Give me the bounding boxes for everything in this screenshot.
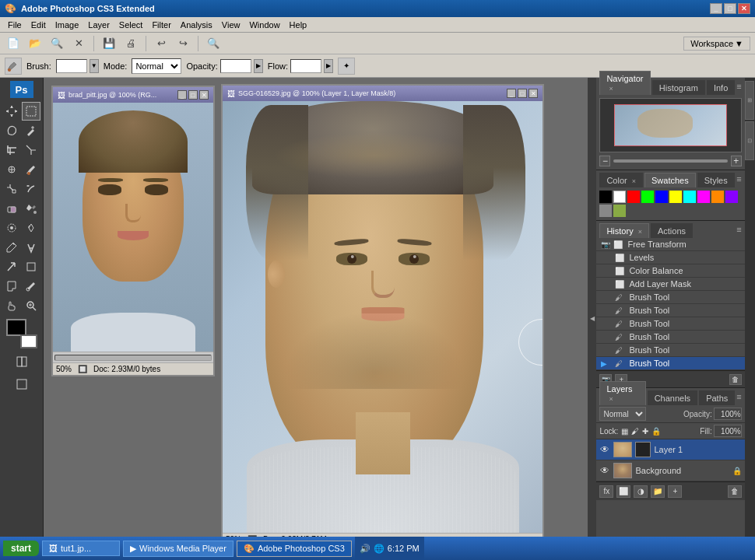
- taskbar-item-photoshop[interactable]: 🎨 Adobe Photoshop CS3: [237, 541, 352, 557]
- history-close-icon[interactable]: ×: [638, 228, 642, 236]
- opacity-input[interactable]: 59%: [220, 59, 251, 73]
- swatch-red[interactable]: [627, 191, 640, 203]
- dodge-tool[interactable]: [22, 219, 40, 237]
- history-item-levels[interactable]: ⬜ Levels: [596, 251, 744, 264]
- doc-open-icon[interactable]: 📂: [26, 35, 44, 52]
- menu-view[interactable]: View: [217, 19, 245, 31]
- menu-image[interactable]: Image: [51, 19, 84, 31]
- layer-item-1[interactable]: 👁 Layer 1: [596, 439, 744, 460]
- lock-move-btn[interactable]: ✚: [642, 427, 648, 436]
- doc-browse-icon[interactable]: 🔍: [48, 35, 65, 52]
- tab-color[interactable]: Color ×: [599, 173, 643, 187]
- history-item-colorbalance[interactable]: ⬜ Color Balance: [596, 264, 744, 278]
- blur-tool[interactable]: [2, 219, 21, 237]
- navigator-close-icon[interactable]: ×: [609, 85, 613, 93]
- tab-navigator[interactable]: Navigator ×: [599, 71, 650, 95]
- history-item-brush1[interactable]: 🖌 Brush Tool: [596, 291, 744, 304]
- doc-close-icon[interactable]: ✕: [70, 35, 87, 52]
- start-button[interactable]: start: [3, 541, 39, 556]
- doc1-close-btn[interactable]: ✕: [199, 90, 209, 100]
- navigator-panel-menu[interactable]: ≡: [736, 82, 741, 91]
- layer-mask-btn[interactable]: ⬜: [616, 485, 630, 498]
- brush-tool-icon[interactable]: [5, 58, 22, 75]
- nav-zoom-out-btn[interactable]: −: [599, 156, 610, 166]
- notes-tool[interactable]: [2, 277, 21, 296]
- history-item-addmask[interactable]: ⬜ Add Layer Mask: [596, 278, 744, 291]
- tab-history[interactable]: History ×: [599, 223, 649, 238]
- history-item-brush5[interactable]: 🖌 Brush Tool: [596, 344, 744, 357]
- tab-styles[interactable]: Styles: [697, 173, 735, 187]
- layer-delete-btn[interactable]: 🗑: [728, 485, 742, 498]
- menu-select[interactable]: Select: [114, 19, 148, 31]
- strip-btn-2[interactable]: ⊡: [745, 121, 754, 160]
- pen-tool[interactable]: [2, 238, 21, 257]
- flow-btn[interactable]: ▶: [324, 59, 333, 73]
- zoom-tool[interactable]: [22, 296, 40, 315]
- swatch-olive[interactable]: [613, 205, 626, 217]
- selection-tool[interactable]: [22, 102, 40, 121]
- eraser-tool[interactable]: [2, 199, 21, 218]
- doc-new-icon[interactable]: 📄: [5, 35, 22, 52]
- menu-layer[interactable]: Layer: [83, 19, 114, 31]
- brush-size-input[interactable]: 72: [56, 59, 87, 73]
- doc1-title-bar[interactable]: 🖼 brad_pitt.jpg @ 100% (RG... _ □ ✕: [53, 87, 213, 103]
- path-selection-tool[interactable]: [2, 257, 21, 276]
- undo-icon[interactable]: ↩: [153, 35, 170, 52]
- opacity-btn[interactable]: ▶: [254, 59, 263, 73]
- strip-btn-1[interactable]: ⊞: [745, 81, 754, 120]
- doc2-title-bar[interactable]: 🖼 SGG-016529.jpg @ 100% (Layer 1, Layer …: [223, 86, 543, 101]
- swatch-purple[interactable]: [725, 191, 738, 203]
- color-close-icon[interactable]: ×: [632, 177, 636, 185]
- swatch-blue[interactable]: [655, 191, 668, 203]
- doc2-maximize-btn[interactable]: □: [518, 89, 527, 98]
- screen-mode-btn[interactable]: [12, 375, 31, 394]
- menu-analysis[interactable]: Analysis: [176, 19, 217, 31]
- paint-bucket-tool[interactable]: [22, 199, 40, 218]
- history-panel-menu[interactable]: ≡: [736, 225, 741, 234]
- menu-help[interactable]: Help: [285, 19, 312, 31]
- doc1-hscroll[interactable]: [53, 352, 213, 362]
- redo-icon[interactable]: ↪: [174, 35, 191, 52]
- swatch-orange[interactable]: [711, 191, 724, 203]
- swatch-white[interactable]: [613, 191, 626, 203]
- tab-histogram[interactable]: Histogram: [652, 80, 705, 95]
- eyedropper-tool[interactable]: [22, 277, 40, 296]
- slice-tool[interactable]: [22, 141, 40, 159]
- swatch-cyan[interactable]: [683, 191, 696, 203]
- background-color[interactable]: [20, 334, 37, 348]
- doc2-canvas[interactable]: [223, 101, 543, 533]
- panel-collapse-btn[interactable]: ◀: [588, 78, 596, 558]
- layers-panel-menu[interactable]: ≡: [736, 392, 741, 401]
- clone-stamp-tool[interactable]: [2, 180, 21, 198]
- foreground-color[interactable]: [6, 319, 26, 336]
- color-panel-menu[interactable]: ≡: [736, 174, 741, 184]
- mode-select[interactable]: Normal Dissolve Multiply Screen Overlay: [132, 58, 181, 74]
- layer-opacity-input[interactable]: [714, 408, 742, 420]
- menu-filter[interactable]: Filter: [147, 19, 175, 31]
- lasso-tool[interactable]: [2, 121, 21, 140]
- history-item-freetransform[interactable]: 📷 ⬜ Free Transform: [596, 238, 744, 251]
- tab-actions[interactable]: Actions: [651, 223, 693, 238]
- brush-tool[interactable]: [22, 160, 40, 179]
- doc2-minimize-btn[interactable]: _: [507, 89, 516, 98]
- layer-item-background[interactable]: 👁 Background 🔒: [596, 460, 744, 481]
- swatch-green[interactable]: [641, 191, 654, 203]
- layer-style-btn[interactable]: fx: [599, 485, 613, 498]
- swatch-magenta[interactable]: [697, 191, 710, 203]
- shape-tool[interactable]: [22, 257, 40, 276]
- lock-paint-btn[interactable]: 🖌: [631, 427, 639, 436]
- healing-brush-tool[interactable]: [2, 160, 21, 179]
- quick-mask-btn[interactable]: [12, 352, 31, 371]
- layer-adj-btn[interactable]: ◑: [634, 485, 648, 498]
- history-item-brush2[interactable]: 🖌 Brush Tool: [596, 304, 744, 317]
- flow-input[interactable]: 50%: [290, 59, 321, 73]
- tab-swatches[interactable]: Swatches: [644, 173, 696, 187]
- lock-all-btn[interactable]: 🔒: [651, 427, 661, 436]
- print-icon[interactable]: 🖨: [122, 35, 139, 52]
- doc1-maximize-btn[interactable]: □: [188, 90, 198, 100]
- history-item-brush3[interactable]: 🖌 Brush Tool: [596, 317, 744, 331]
- tab-channels[interactable]: Channels: [648, 390, 697, 405]
- maximize-button[interactable]: □: [724, 3, 736, 14]
- history-item-brush6[interactable]: ▶ 🖌 Brush Tool: [596, 357, 744, 370]
- history-delete-btn[interactable]: 🗑: [729, 374, 742, 385]
